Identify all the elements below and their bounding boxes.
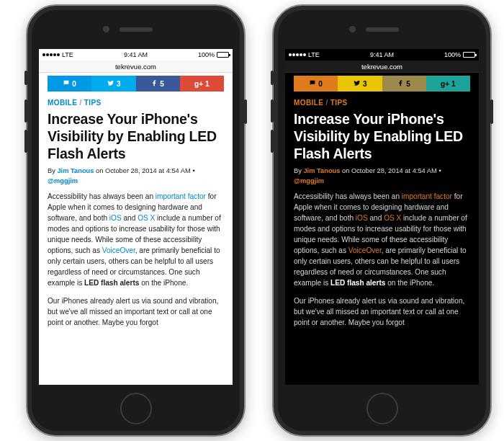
- front-camera: [349, 26, 356, 32]
- address-bar[interactable]: tekrevue.com: [285, 61, 479, 73]
- address-bar[interactable]: tekrevue.com: [39, 61, 233, 73]
- share-gplus[interactable]: g+ 1: [426, 76, 470, 92]
- volume-up: [24, 99, 27, 122]
- home-button[interactable]: [120, 393, 152, 424]
- phone-body: LTE 9:41 AM 100% tekrevue.com 0: [26, 4, 246, 437]
- signal-strength-icon: [289, 53, 306, 56]
- bold-led-flash: LED flash alerts: [84, 279, 139, 287]
- breadcrumb-sep: /: [325, 99, 328, 107]
- comment-icon: [63, 79, 70, 88]
- battery-percent: 100%: [198, 51, 215, 58]
- link-osx[interactable]: OS X: [138, 214, 155, 222]
- link-ios[interactable]: iOS: [356, 214, 368, 222]
- twitter-count: 3: [363, 80, 367, 88]
- front-camera: [103, 26, 109, 32]
- facebook-count: 5: [160, 80, 164, 88]
- byline-date: on October 28, 2014 at 4:54 AM •: [340, 167, 441, 174]
- share-comments[interactable]: 0: [48, 76, 91, 92]
- link-important-factor[interactable]: important factor: [402, 192, 452, 200]
- breadcrumb-mobile[interactable]: MOBILE: [48, 99, 77, 107]
- bold-led-flash: LED flash alerts: [330, 279, 385, 287]
- facebook-count: 5: [406, 80, 410, 88]
- power-button: [490, 99, 493, 124]
- power-button: [244, 99, 247, 124]
- comments-count: 0: [318, 80, 323, 88]
- mute-switch: [24, 71, 27, 85]
- gplus-count: 1: [451, 80, 456, 88]
- social-share-bar: 0 3 5 g+ 1: [294, 76, 470, 92]
- paragraph-2: Our iPhones already alert us via sound a…: [294, 296, 470, 329]
- screen-dark: LTE 9:41 AM 100% tekrevue.com 0: [285, 49, 479, 385]
- carrier-label: LTE: [62, 51, 73, 58]
- share-twitter[interactable]: 3: [338, 76, 382, 92]
- earpiece-speaker: [366, 27, 399, 32]
- share-comments[interactable]: 0: [294, 76, 338, 92]
- breadcrumb-tips[interactable]: TIPS: [330, 99, 348, 107]
- clock: 9:41 AM: [370, 51, 394, 58]
- author-link[interactable]: Jim Tanous: [303, 167, 340, 174]
- article-headline: Increase Your iPhone's Visibility by Ena…: [294, 111, 470, 162]
- article-byline: By Jim Tanous on October 28, 2014 at 4:5…: [294, 166, 470, 186]
- battery-icon: [463, 52, 475, 58]
- share-facebook[interactable]: 5: [136, 76, 180, 92]
- screen-light: LTE 9:41 AM 100% tekrevue.com 0: [39, 49, 233, 385]
- social-share-bar: 0 3 5 g+ 1: [48, 76, 224, 92]
- carrier-label: LTE: [308, 51, 320, 58]
- breadcrumb-tips[interactable]: TIPS: [84, 99, 102, 107]
- volume-up: [271, 99, 274, 122]
- phone-mockup-dark: LTE 9:41 AM 100% tekrevue.com 0: [272, 4, 492, 437]
- breadcrumb-sep: /: [79, 99, 81, 107]
- link-osx[interactable]: OS X: [384, 214, 401, 222]
- battery-percent: 100%: [444, 51, 461, 58]
- share-gplus[interactable]: g+ 1: [180, 76, 224, 92]
- article-headline: Increase Your iPhone's Visibility by Ena…: [48, 111, 224, 162]
- link-voiceover[interactable]: VoiceOver: [348, 246, 382, 254]
- phone-mockup-light: LTE 9:41 AM 100% tekrevue.com 0: [26, 4, 246, 437]
- breadcrumb: MOBILE / TIPS: [48, 99, 224, 107]
- paragraph-2: Our iPhones already alert us via sound a…: [48, 296, 224, 329]
- facebook-icon: [151, 79, 158, 89]
- breadcrumb-mobile[interactable]: MOBILE: [294, 99, 323, 107]
- share-twitter[interactable]: 3: [91, 76, 135, 92]
- facebook-icon: [397, 79, 404, 89]
- twitter-icon: [353, 79, 361, 89]
- battery-icon: [217, 52, 229, 58]
- breadcrumb: MOBILE / TIPS: [294, 99, 470, 107]
- article-body: Accessibility has always been an importa…: [294, 192, 470, 328]
- status-bar: LTE 9:41 AM 100%: [285, 49, 479, 61]
- share-facebook[interactable]: 5: [382, 76, 426, 92]
- mute-switch: [271, 71, 274, 85]
- byline-date: on October 28, 2014 at 4:54 AM •: [94, 167, 194, 174]
- link-voiceover[interactable]: VoiceOver: [102, 246, 135, 254]
- article-byline: By Jim Tanous on October 28, 2014 at 4:5…: [48, 166, 224, 186]
- clock: 9:41 AM: [124, 51, 148, 58]
- volume-down: [271, 130, 274, 153]
- article-body: Accessibility has always been an importa…: [48, 192, 224, 328]
- comments-count: 0: [72, 80, 76, 88]
- earpiece-speaker: [120, 27, 153, 32]
- gplus-icon: g+: [194, 80, 203, 88]
- author-link[interactable]: Jim Tanous: [57, 167, 94, 174]
- phone-body: LTE 9:41 AM 100% tekrevue.com 0: [272, 4, 492, 437]
- twitter-count: 3: [117, 80, 121, 88]
- home-button[interactable]: [366, 393, 398, 424]
- twitter-handle[interactable]: @mggjim: [294, 177, 324, 184]
- byline-prefix: By: [48, 167, 57, 174]
- link-ios[interactable]: iOS: [109, 214, 122, 222]
- status-bar: LTE 9:41 AM 100%: [39, 49, 233, 61]
- link-important-factor[interactable]: important factor: [156, 192, 206, 200]
- volume-down: [24, 130, 27, 153]
- comment-icon: [309, 79, 316, 88]
- twitter-icon: [107, 79, 114, 89]
- twitter-handle[interactable]: @mggjim: [48, 177, 78, 184]
- gplus-icon: g+: [441, 80, 449, 88]
- signal-strength-icon: [42, 53, 60, 56]
- gplus-count: 1: [205, 80, 210, 88]
- byline-prefix: By: [294, 167, 303, 174]
